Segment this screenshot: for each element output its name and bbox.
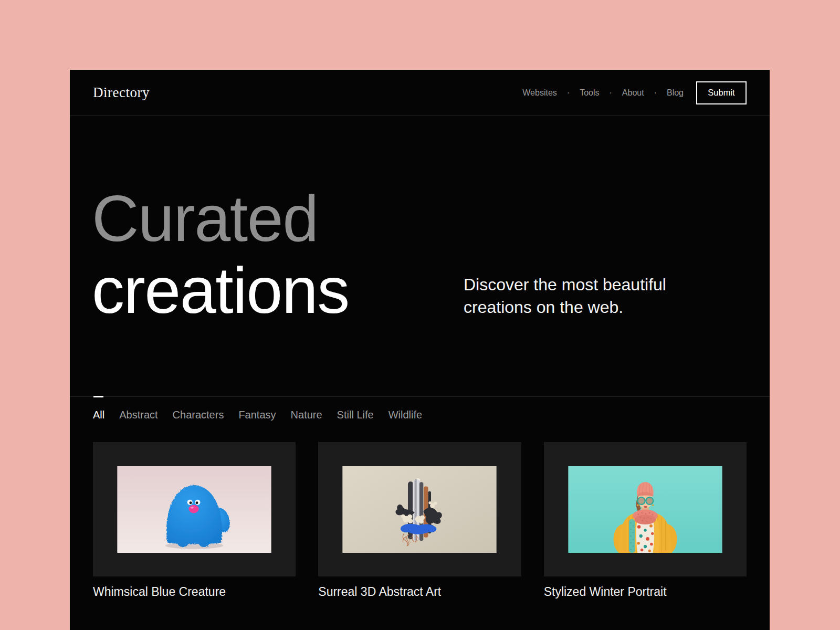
tab-fantasy[interactable]: Fantasy	[238, 408, 276, 421]
card-media-frame	[318, 442, 521, 576]
card-stylized-winter-portrait[interactable]: Stylized Winter Portrait	[544, 442, 747, 599]
card-title: Stylized Winter Portrait	[544, 585, 747, 599]
hero-section: Curated creations Discover the most beau…	[70, 116, 770, 396]
tab-abstract[interactable]: Abstract	[119, 408, 158, 421]
tab-characters[interactable]: Characters	[173, 408, 224, 421]
main-panel: Directory Websites · Tools · About · Blo…	[70, 70, 770, 630]
hero-title: Curated creations	[92, 183, 349, 327]
nav-link-tools[interactable]: Tools	[580, 88, 599, 98]
card-media-frame	[93, 442, 296, 576]
nav-separator-dot: ·	[567, 88, 570, 98]
hero-title-line2: creations	[92, 255, 349, 327]
abstract-3d-sculpture-image	[342, 466, 497, 553]
tab-still-life[interactable]: Still Life	[337, 408, 374, 421]
site-header: Directory Websites · Tools · About · Blo…	[70, 70, 770, 116]
nav-link-websites[interactable]: Websites	[522, 88, 557, 98]
card-title: Whimsical Blue Creature	[93, 585, 296, 599]
nav-link-about[interactable]: About	[622, 88, 644, 98]
card-media-frame	[544, 442, 747, 576]
category-tabs: All Abstract Characters Fantasy Nature S…	[70, 396, 770, 421]
nav-link-blog[interactable]: Blog	[667, 88, 684, 98]
submit-button[interactable]: Submit	[696, 81, 747, 104]
creations-grid: Whimsical Blue Creature	[70, 442, 770, 599]
hero-tagline: Discover the most beautiful creations on…	[464, 274, 697, 319]
nav-separator-dot: ·	[654, 88, 657, 98]
winter-portrait-figure-image	[568, 466, 722, 553]
main-nav: Websites · Tools · About · Blog Submit	[522, 81, 747, 104]
hero-title-line1: Curated	[92, 183, 349, 255]
tab-wildlife[interactable]: Wildlife	[388, 408, 422, 421]
card-whimsical-blue-creature[interactable]: Whimsical Blue Creature	[93, 442, 296, 599]
tab-all[interactable]: All	[93, 408, 104, 421]
tab-nature[interactable]: Nature	[291, 408, 322, 421]
nav-separator-dot: ·	[610, 88, 612, 98]
blue-furry-creature-image	[117, 466, 271, 553]
card-title: Surreal 3D Abstract Art	[318, 585, 521, 599]
card-surreal-3d-abstract-art[interactable]: Surreal 3D Abstract Art	[318, 442, 521, 599]
active-tab-indicator	[93, 396, 103, 397]
brand-logo[interactable]: Directory	[93, 85, 150, 101]
